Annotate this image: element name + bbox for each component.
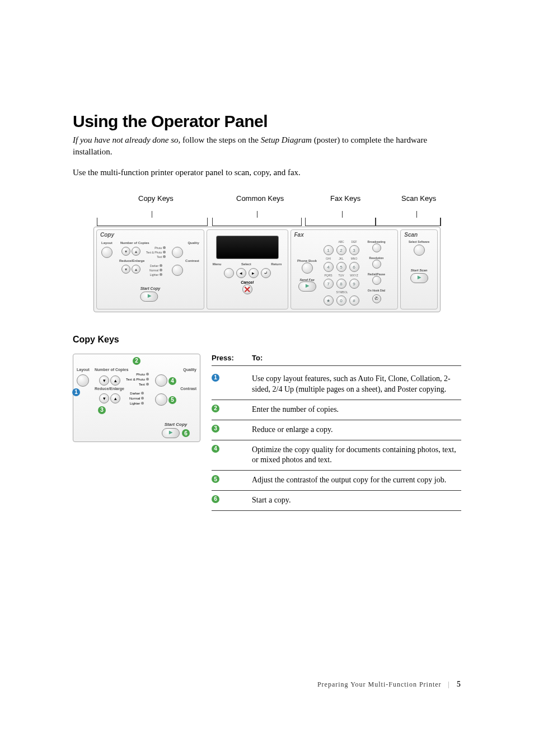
operator-panel-diagram: Copy Keys Common Keys Fax Keys Scan Keys… [93,194,441,312]
led-icon [146,383,149,386]
table-row: 2 Enter the number of copies. [212,400,461,420]
select-software-button[interactable] [414,245,425,256]
num-copies-label: Number of Copies [120,241,149,245]
led-icon [163,246,166,249]
on-hook-dial-button[interactable]: ✆ [372,294,381,303]
keypad-abc-1 [324,240,334,243]
on-hook-dial-label: On Hook Dial [363,289,391,292]
table-row: 4 Optimize the copy quality for document… [212,440,461,471]
keypad-abc-9: WXYZ [349,274,359,277]
keypad-abc-symbol: SYMBOL [336,290,346,294]
copy-keys-heading: Copy Keys [73,335,461,345]
start-scan-button[interactable]: ▶ [410,273,428,283]
footer-text: Preparing Your Multi-Function Printer [317,680,442,688]
select-button[interactable]: ⤶ [261,268,271,278]
redial-pause-button[interactable] [372,276,381,285]
broadcasting-button[interactable] [372,243,381,252]
copies-down-button[interactable]: ▾ [121,247,130,256]
sub-start-copy-button[interactable]: ▶ [162,428,180,438]
fax-section-title: Fax [294,232,304,238]
keypad-abc-5: JKL [336,257,346,260]
row-num-1: 1 [212,374,219,382]
sub-q-text: Text [139,383,145,386]
table-row: 5 Adjust the contrastof the output copy … [212,471,461,491]
group-label-copy: Copy Keys [138,194,174,203]
contrast-darker-label: Darker [150,264,158,267]
keypad-abc-2: ABC [336,240,346,243]
led-icon [141,397,144,400]
phone-book-button[interactable] [302,262,313,274]
led-icon [160,264,162,267]
quality-button[interactable] [172,247,183,258]
keypad-2[interactable]: 2 [336,245,346,255]
keypad: ABC DEF 1 2 3 GHI JKL MNO 4 5 6 PQRS [324,240,359,306]
sub-copies-down[interactable]: ▾ [99,375,109,386]
led-icon [163,251,166,253]
keypad-4[interactable]: 4 [324,262,334,272]
keypad-0[interactable]: 0 [336,295,346,306]
resolution-button[interactable] [372,260,381,269]
menu-button[interactable] [224,268,234,278]
keypad-abc-8: TUV [336,274,346,277]
row-to-5: Adjust the contrastof the output copy fo… [252,475,461,486]
panel-fax-section: Fax Phone Book Send Fax ▶ ABC DEF [291,229,399,309]
sub-reduce-button[interactable]: ▾ [99,393,109,403]
sub-start-copy-label: Start Copy [162,422,190,427]
cancel-button[interactable]: ✕ [242,284,252,294]
led-icon [141,402,144,405]
contrast-lighter-label: Lighter [150,273,158,276]
row-num-2: 2 [212,405,219,412]
footer-page-number: 5 [457,680,461,688]
group-label-scan: Scan Keys [401,194,436,203]
start-copy-button[interactable]: ▶ [140,292,158,302]
group-label-common: Common Keys [236,194,284,203]
keypad-hash[interactable]: # [349,295,359,306]
nav-right-button[interactable]: ▸ [249,268,259,278]
panel-copy-section: Copy Layout Number of Copies Quality ▾ ▴… [96,229,204,309]
lcd-display [216,236,279,259]
keypad-abc-7: PQRS [324,274,334,277]
copy-keys-subpanel: 2 Layout Number of Copies Quality ▾ ▴ Ph… [73,354,200,442]
row-to-1: Use copy layout features, such as Auto F… [252,374,461,395]
panel-common-section: Menu Select Return ◂ ▸ ⤶ Cancel ✕ [207,229,288,309]
quality-label: Quality [188,241,199,245]
menu-label: Menu [213,262,222,266]
table-header-press: Press: [212,354,252,362]
start-scan-label: Start Scan [404,269,434,272]
sub-c-normal: Normal [129,397,140,400]
sub-enlarge-button[interactable]: ▴ [110,393,120,403]
copy-section-title: Copy [100,232,114,238]
keypad-star[interactable]: ★ [324,295,334,306]
quality-textphoto-label: Text & Photo [146,251,162,254]
keypad-9[interactable]: 9 [349,279,359,289]
keypad-5[interactable]: 5 [336,262,346,272]
intro-italic-1: If you have not already done so, [73,135,180,144]
layout-button[interactable] [101,247,113,258]
sub-quality-button[interactable] [155,374,167,387]
reduce-button[interactable]: ▾ [121,265,130,274]
sub-contrast-button[interactable] [155,393,167,406]
keypad-8[interactable]: 8 [336,279,346,289]
table-row: 1 Use copy layout features, such as Auto… [212,369,461,400]
sub-layout-button[interactable] [77,374,89,387]
callout-3: 3 [98,406,106,414]
intro-paragraph-2: Use the multi-function printer operator … [73,168,461,177]
send-fax-button[interactable]: ▶ [298,281,316,292]
sub-layout-label: Layout [77,368,90,372]
intro-italic-2: Setup Diagram [261,135,312,144]
quality-photo-label: Photo [154,246,162,250]
nav-left-button[interactable]: ◂ [236,268,246,278]
copies-up-button[interactable]: ▴ [132,247,140,256]
contrast-label: Contrast [185,259,199,262]
select-label: Select [241,262,251,266]
group-label-fax: Fax Keys [330,194,360,203]
row-num-3: 3 [212,425,219,433]
enlarge-button[interactable]: ▴ [132,265,140,274]
keypad-1[interactable]: 1 [324,245,334,255]
keypad-7[interactable]: 7 [324,279,334,289]
sub-copies-up[interactable]: ▴ [110,375,120,386]
contrast-button[interactable] [172,265,183,276]
keypad-3[interactable]: 3 [349,245,359,255]
led-icon [141,392,144,395]
keypad-6[interactable]: 6 [349,262,359,272]
